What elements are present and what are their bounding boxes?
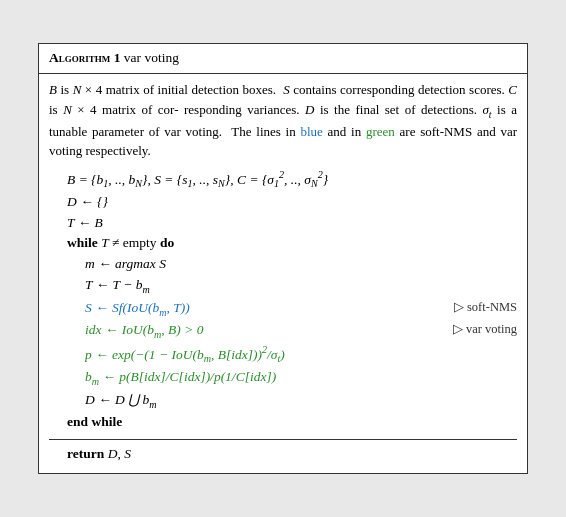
algorithm-box: Algorithm 1 var voting B is N × 4 matrix… bbox=[38, 43, 528, 474]
algo-line-init3: T ← B bbox=[67, 213, 517, 234]
algorithm-description: B is N × 4 matrix of initial detection b… bbox=[49, 80, 517, 161]
algo-line-step3: S ← Sf(IoU(bm, T)) ▷ soft-NMS bbox=[85, 298, 517, 320]
algo-line-step6: bm ← p(B[idx]/C[idx])/p(1/C[idx]) bbox=[85, 367, 517, 389]
algo-end-while: end while bbox=[67, 412, 517, 433]
algo-line-step1: m ← argmax S bbox=[85, 254, 517, 275]
green-text: green bbox=[366, 124, 395, 139]
algo-return: return D, S bbox=[67, 444, 517, 465]
algorithm-header: Algorithm 1 var voting bbox=[39, 44, 527, 74]
algo-line-step4: idx ← IoU(bm, B) > 0 ▷ var voting bbox=[85, 320, 517, 342]
algo-line-init2: D ← {} bbox=[67, 192, 517, 213]
algo-line-step7: D ← D ⋃ bm bbox=[85, 390, 517, 412]
algo-line-init1: B = {b1, .., bN}, S = {s1, .., sN}, C = … bbox=[67, 167, 517, 192]
end-while-keyword: end while bbox=[67, 414, 122, 429]
comment-var-voting: ▷ var voting bbox=[453, 320, 517, 339]
algorithm-body: B is N × 4 matrix of initial detection b… bbox=[39, 74, 527, 473]
return-keyword: return bbox=[67, 446, 104, 461]
while-keyword: while bbox=[67, 235, 98, 250]
algo-line-step5: p ← exp(−(1 − IoU(bm, B[idx]))2/σt) bbox=[85, 342, 517, 367]
comment-soft-nms: ▷ soft-NMS bbox=[454, 298, 517, 317]
algorithm-title: Algorithm 1 bbox=[49, 50, 120, 65]
algo-line-step2: T ← T − bm bbox=[85, 275, 517, 297]
do-keyword: do bbox=[160, 235, 174, 250]
algo-line-while: while T ≠ empty do bbox=[67, 233, 517, 254]
blue-text: blue bbox=[300, 124, 322, 139]
algo-divider bbox=[49, 439, 517, 440]
